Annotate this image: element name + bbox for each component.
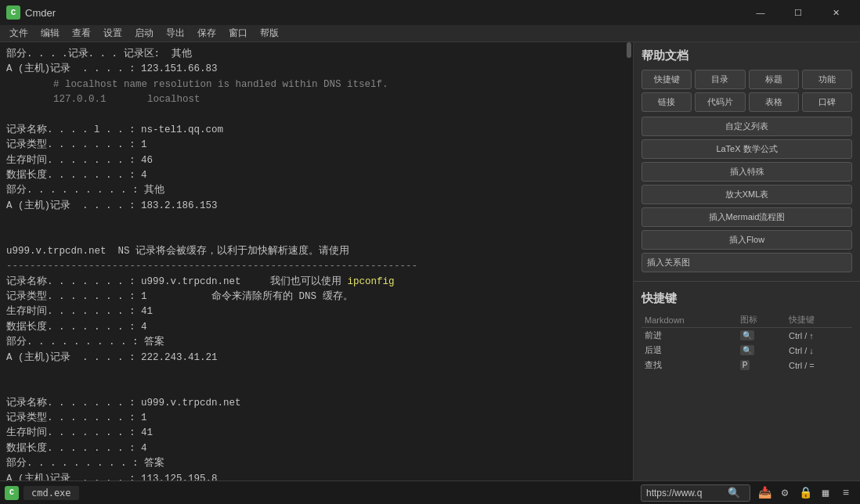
main-content: 部分. . . .记录. . . 记录区: 其他 A (主机)记录 . . . … <box>0 42 860 481</box>
lock-icon: 🔒 <box>799 486 812 499</box>
right-sidebar: 帮助文档 快捷键 目录 标题 功能 链接 代码片 表格 口碑 自定义列表 LaT… <box>633 42 860 481</box>
terminal-line: A (主机)记录 . . . . : 113.125.195.8 <box>6 472 627 481</box>
close-button[interactable]: ✕ <box>818 0 854 25</box>
btn-code-snippet[interactable]: 代码片 <box>695 92 745 112</box>
shortcut-icon-find: P <box>737 358 786 373</box>
statusbar-btn-settings[interactable]: ⚙ <box>775 484 794 502</box>
help-docs-title: 帮助文档 <box>641 49 852 63</box>
statusbar-btn-menu[interactable]: ≡ <box>837 484 855 502</box>
terminal-line: 生存时间. . . . . . . : 46 <box>6 153 627 168</box>
btn-title[interactable]: 标题 <box>749 70 799 89</box>
statusbar-btn-lock[interactable]: 🔒 <box>796 484 815 502</box>
terminal-line: 生存时间. . . . . . . : 41 <box>6 304 627 319</box>
grid-icon: ▦ <box>822 486 829 499</box>
shortcut-keys-find: Ctrl / = <box>786 358 852 373</box>
menu-launch[interactable]: 启动 <box>128 25 160 41</box>
terminal-line <box>6 214 627 229</box>
help-docs-grid1: 快捷键 目录 标题 功能 链接 代码片 表格 口碑 <box>641 70 852 112</box>
btn-shortcuts[interactable]: 快捷键 <box>641 70 692 89</box>
sidebar-divider <box>634 281 860 282</box>
terminal-line <box>6 229 627 244</box>
shortcuts-table: Markdown 图标 快捷键 前进 🔍 Ctrl / ↑ 后退 🔍 Ctrl <box>641 312 852 373</box>
terminal-line: 部分. . . .记录. . . 记录区: 其他 <box>6 47 627 62</box>
search-input[interactable] <box>646 488 724 499</box>
terminal-line: 生存时间. . . . . . . : 41 <box>6 426 627 441</box>
menu-export[interactable]: 导出 <box>160 25 191 41</box>
shortcuts-section: 快捷键 Markdown 图标 快捷键 前进 🔍 Ctrl / ↑ <box>634 285 860 376</box>
terminal-line: u999.v.trpcdn.net NS 记录将会被缓存，以利于加快解析速度。请… <box>6 244 627 259</box>
menu-edit[interactable]: 编辑 <box>34 25 66 41</box>
terminal-line: 数据长度. . . . . . . : 4 <box>6 168 627 183</box>
btn-review[interactable]: 口碑 <box>802 92 852 112</box>
btn-feature[interactable]: 功能 <box>802 70 852 89</box>
btn-link[interactable]: 链接 <box>641 92 692 112</box>
terminal-line: 部分. . . . . . . . . : 答案 <box>6 335 627 350</box>
scroll-thumb[interactable] <box>627 42 631 58</box>
terminal-line: 部分. . . . . . . . . : 其他 <box>6 183 627 198</box>
statusbar-btn-add[interactable]: 📥 <box>755 484 774 502</box>
app-icon: C <box>6 5 20 20</box>
shortcut-row-forward: 前进 🔍 Ctrl / ↑ <box>641 328 852 344</box>
app-title: Cmder <box>25 7 743 19</box>
terminal-line: 记录名称. . . . . . . : u999.v.trpcdn.net <box>6 396 627 411</box>
btn-latex[interactable]: LaTeX 数学公式 <box>641 139 852 159</box>
terminal-line <box>6 380 627 395</box>
menu-view[interactable]: 查看 <box>66 25 97 41</box>
terminal-line: A (主机)记录 . . . . : 222.243.41.21 <box>6 351 627 365</box>
settings-icon: ⚙ <box>782 486 788 499</box>
terminal-line: 127.0.0.1 localhost <box>6 92 627 107</box>
maximize-button[interactable]: ☐ <box>780 0 816 25</box>
terminal-line: 数据长度. . . . . . . : 4 <box>6 441 627 456</box>
terminal-line: 部分. . . . . . . . . : 答案 <box>6 456 627 471</box>
shortcut-action-forward: 前进 <box>641 328 737 344</box>
menu-save[interactable]: 保存 <box>191 25 222 41</box>
terminal-line <box>6 108 627 123</box>
terminal-panel[interactable]: 部分. . . .记录. . . 记录区: 其他 A (主机)记录 . . . … <box>0 42 633 481</box>
menu-window[interactable]: 窗口 <box>222 25 254 41</box>
shortcut-keys-back: Ctrl / ↓ <box>786 343 852 358</box>
shortcut-row-back: 后退 🔍 Ctrl / ↓ <box>641 343 852 358</box>
shortcut-keys-forward: Ctrl / ↑ <box>786 328 852 344</box>
btn-mermaid[interactable]: 插入Mermaid流程图 <box>641 207 852 227</box>
shortcuts-title: 快捷键 <box>641 291 852 306</box>
shortcut-action-find: 查找 <box>641 358 737 373</box>
terminal-line: ----------------------------------------… <box>6 259 627 274</box>
btn-table[interactable]: 表格 <box>749 92 799 112</box>
shortcut-icon-back: 🔍 <box>737 343 786 358</box>
menu-icon: ≡ <box>843 487 849 499</box>
menubar: 文件 编辑 查看 设置 启动 导出 保存 窗口 帮版 <box>0 25 860 42</box>
terminal-line: A (主机)记录 . . . . : 123.151.66.83 <box>6 62 627 77</box>
menu-version[interactable]: 帮版 <box>254 25 285 41</box>
help-docs-section: 帮助文档 快捷键 目录 标题 功能 链接 代码片 表格 口碑 自定义列表 LaT… <box>634 42 860 278</box>
terminal-line: A (主机)记录 . . . . : 183.2.186.153 <box>6 199 627 214</box>
btn-directory[interactable]: 目录 <box>695 70 745 89</box>
terminal-line <box>6 365 627 380</box>
terminal-line: 数据长度. . . . . . . : 4 <box>6 320 627 335</box>
btn-insert-special[interactable]: 插入特殊 <box>641 162 852 182</box>
minimize-button[interactable]: — <box>743 0 779 25</box>
statusbar-app-icon: C <box>5 486 19 500</box>
statusbar-tab-label[interactable]: cmd.exe <box>23 486 79 500</box>
terminal-line: 记录名称. . . . l . . : ns-tel1.qq.com <box>6 123 627 138</box>
scroll-indicator[interactable] <box>625 42 631 481</box>
titlebar: C Cmder — ☐ ✕ <box>0 0 860 25</box>
add-icon: 📥 <box>758 486 771 499</box>
menu-file[interactable]: 文件 <box>3 25 34 41</box>
terminal-line: 记录类型. . . . . . . : 1 <box>6 138 627 153</box>
shortcuts-header-markdown: Markdown <box>641 312 737 328</box>
statusbar-action-icons: 📥 ⚙ 🔒 ▦ ≡ <box>755 484 855 502</box>
search-icon[interactable]: 🔍 <box>728 487 740 499</box>
shortcut-row-find: 查找 P Ctrl / = <box>641 358 852 373</box>
btn-custom-list[interactable]: 自定义列表 <box>641 117 852 136</box>
statusbar-btn-grid[interactable]: ▦ <box>816 484 835 502</box>
btn-xml-expand[interactable]: 放大XML表 <box>641 185 852 204</box>
terminal-line: # localhost name resolution is handled w… <box>6 77 627 92</box>
window-controls: — ☐ ✕ <box>743 0 854 25</box>
terminal-line: 记录名称. . . . . . . : u999.v.trpcdn.net 我们… <box>6 275 627 290</box>
menu-settings[interactable]: 设置 <box>97 25 128 41</box>
btn-flow[interactable]: 插入Flow <box>641 230 852 250</box>
terminal-line: 记录类型. . . . . . . : 1 <box>6 411 627 426</box>
btn-relation-graph[interactable]: 插入关系图 <box>641 253 852 272</box>
search-box[interactable]: 🔍 <box>641 484 750 502</box>
terminal-line: 记录类型. . . . . . . : 1 命令来清除所有的 DNS 缓存。 <box>6 290 627 304</box>
